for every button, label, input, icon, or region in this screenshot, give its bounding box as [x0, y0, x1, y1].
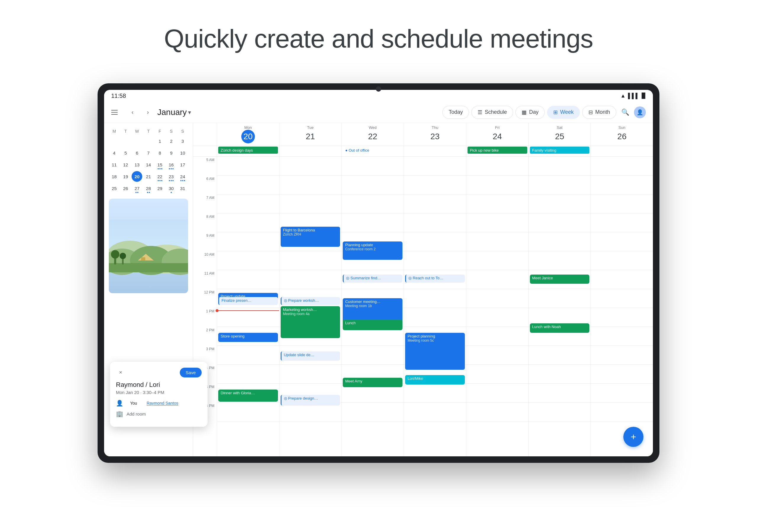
event-block[interactable]: Lori/Mike [405, 375, 465, 384]
hour-line [591, 157, 653, 176]
mini-cal-day[interactable]: 15 [155, 159, 165, 170]
popup-close-button[interactable]: × [116, 368, 125, 377]
mini-cal-day[interactable] [109, 136, 119, 146]
hour-line [466, 270, 529, 289]
hour-line [342, 402, 404, 422]
mini-cal-day[interactable]: 4 [109, 147, 119, 158]
mini-cal-day[interactable]: 19 [120, 171, 131, 182]
hour-line [591, 308, 653, 327]
event-block[interactable]: Project planningMeeting room 5c [405, 333, 465, 370]
event-block[interactable]: Update slide de… [281, 351, 340, 361]
event-block[interactable]: Meet Amy [343, 378, 403, 387]
mini-cal-day[interactable]: 21 [143, 171, 154, 182]
mini-cal-day[interactable]: 27 [132, 183, 142, 193]
mini-cal-day[interactable]: 28 [143, 183, 154, 193]
mini-cal-day[interactable]: 6 [132, 147, 142, 158]
all-day-event[interactable]: Zürich design days [218, 147, 278, 154]
mini-cal-day[interactable]: 24 [177, 171, 188, 182]
today-button[interactable]: Today [442, 106, 469, 119]
hour-line [466, 346, 529, 365]
next-month-button[interactable]: › [142, 106, 154, 118]
hour-line [591, 270, 653, 289]
mini-cal-day[interactable]: 17 [177, 159, 188, 170]
mini-cal-day[interactable]: 10 [177, 147, 188, 158]
day-column-sat[interactable]: Lunch with NoahMeet Janice [529, 157, 591, 456]
fab-button[interactable]: + [623, 427, 644, 447]
day-column-header: Mon20 [217, 123, 279, 146]
prev-month-button[interactable]: ‹ [127, 106, 138, 118]
event-block[interactable]: Meet Janice [530, 275, 590, 284]
mini-cal-day[interactable] [120, 136, 131, 146]
mini-cal-day[interactable]: 7 [143, 147, 154, 158]
day-column-tue[interactable]: Flight to BarcelonaZürich ZRH◎ Prepare w… [279, 157, 342, 456]
day-column-mon[interactable]: Project updateFinalize presen…Store open… [217, 157, 279, 456]
popup-header: × Save [116, 368, 202, 377]
person-other[interactable]: Raymond Santos [143, 399, 182, 407]
event-block[interactable]: ◎ Prepare design… [281, 395, 340, 405]
event-block[interactable]: ◎ Prepare worksh… [281, 297, 340, 305]
month-view-button[interactable]: ⊟ Month [582, 106, 616, 119]
day-column-thu[interactable]: ◎ Reach out to To…Project planningMeetin… [404, 157, 466, 456]
event-block[interactable]: Planning updateConference room 2 [343, 242, 403, 260]
event-block[interactable]: ◎ Reach out to To… [405, 275, 465, 282]
mini-cal-day[interactable] [132, 136, 142, 146]
avatar[interactable]: 👤 [634, 106, 646, 118]
hour-line [217, 365, 279, 384]
hour-line [591, 289, 653, 308]
hour-line [217, 157, 279, 176]
mini-cal-day[interactable]: 30 [166, 183, 176, 193]
person-you[interactable]: You [127, 399, 141, 407]
mini-cal-day[interactable]: 5 [120, 147, 131, 158]
mini-cal-day-header: W [132, 128, 142, 135]
event-block[interactable]: Lunch [343, 319, 403, 330]
mini-cal-day[interactable]: 29 [155, 183, 165, 193]
tablet-screen: 11:58 ▲ ▌▌▌ ▉ ‹ › January ▾ [104, 90, 653, 456]
mini-cal-day[interactable]: 22 [155, 171, 165, 182]
menu-button[interactable] [111, 106, 123, 118]
calendar-area: Mon20Tue21Wed22Thu23Fri24Sat25Sun26 Züri… [193, 123, 653, 456]
event-block[interactable]: ◎ Summarize find… [343, 275, 403, 282]
day-column-sun[interactable] [590, 157, 653, 456]
week-view-button[interactable]: ⊞ Week [547, 106, 580, 119]
month-title[interactable]: January ▾ [157, 107, 191, 117]
mini-cal-day[interactable]: 18 [109, 171, 119, 182]
mini-cal-day[interactable]: 16 [166, 159, 176, 170]
event-block[interactable]: Store opening [218, 333, 278, 342]
mini-cal-day[interactable]: 25 [109, 183, 119, 193]
hour-line [466, 213, 529, 232]
event-block[interactable]: Flight to BarcelonaZürich ZRH [281, 227, 340, 247]
event-title: Planning update [345, 243, 400, 247]
day-column-fri[interactable] [466, 157, 529, 456]
mini-cal-day[interactable]: 11 [109, 159, 119, 170]
mini-cal-day[interactable]: 23 [166, 171, 176, 182]
day-column-wed[interactable]: Planning updateConference room 2◎ Summar… [341, 157, 404, 456]
time-grid-scroll[interactable]: 5 AM6 AM7 AM8 AM9 AM10 AM11 AM12 PM1 PM2… [193, 157, 653, 456]
mini-cal-day[interactable]: 9 [166, 147, 176, 158]
mini-cal-day[interactable]: 2 [166, 136, 176, 146]
schedule-icon: ☰ [477, 109, 482, 116]
mini-cal-day[interactable] [143, 136, 154, 146]
event-block[interactable]: Marketing worksh…Meeting room 4a [281, 306, 340, 338]
event-block[interactable]: Lunch with Noah [530, 323, 590, 333]
mini-cal-day[interactable]: 26 [120, 183, 131, 193]
mini-cal-day[interactable]: 12 [120, 159, 131, 170]
day-view-button[interactable]: ▦ Day [515, 106, 545, 119]
popup-save-button[interactable]: Save [180, 368, 202, 377]
event-block[interactable]: Dinner with Gloria… [218, 390, 278, 401]
mini-cal-day[interactable]: 13 [132, 159, 142, 170]
mini-cal-day[interactable]: 20 [132, 171, 142, 182]
all-day-event[interactable]: Family visiting [530, 147, 590, 154]
schedule-view-button[interactable]: ☰ Schedule [471, 106, 513, 119]
mini-cal-day[interactable]: 31 [177, 183, 188, 193]
all-day-event[interactable]: Pick up new bike [468, 147, 527, 154]
mini-cal-day[interactable]: 1 [155, 136, 165, 146]
hour-line [591, 346, 653, 365]
add-room-text[interactable]: Add room [127, 411, 146, 416]
all-day-event[interactable]: ● Out of office [343, 147, 403, 154]
event-title: ◎ Reach out to To… [409, 276, 463, 280]
search-button[interactable]: 🔍 [619, 106, 632, 119]
mini-cal-day[interactable]: 14 [143, 159, 154, 170]
event-block[interactable]: Finalize presen… [218, 297, 278, 305]
mini-cal-day[interactable]: 3 [177, 136, 188, 146]
mini-cal-day[interactable]: 8 [155, 147, 165, 158]
